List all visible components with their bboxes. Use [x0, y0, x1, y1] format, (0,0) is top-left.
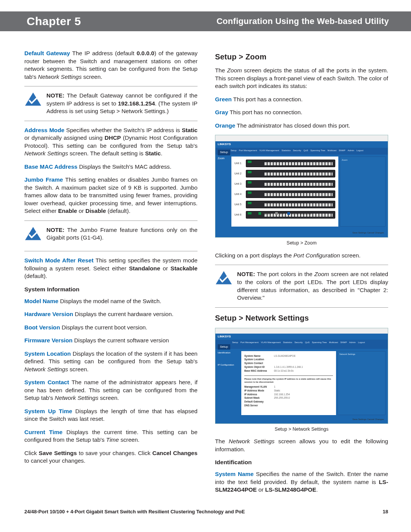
p-zoom-intro: The Zoom screen depicts the status of al… [215, 67, 388, 90]
p-hardware-version: Hardware Version Displays the current ha… [24, 310, 198, 318]
p-system-contact: System Contact The name of the administr… [24, 379, 198, 402]
p-save-cancel: Click Save Settings to save your changes… [24, 449, 198, 465]
p-zoom-click: Clicking on a port displays the Port Con… [215, 252, 388, 260]
divider [215, 265, 388, 265]
divider [24, 220, 198, 221]
h-system-info: System Information [24, 286, 198, 294]
divider [215, 307, 388, 308]
h-setup-network: Setup > Network Settings [215, 313, 388, 323]
left-column: Default Gateway The IP address (default … [24, 50, 198, 499]
note-jumbo: NOTE: The Jumbo Frame feature functions … [24, 226, 198, 246]
note-default-gateway: NOTE: The Default Gateway cannot be conf… [24, 92, 198, 115]
note-check-icon [24, 92, 42, 112]
footer-page-number: 18 [383, 508, 388, 515]
p-base-mac: Base MAC Address Displays the Switch's M… [24, 163, 198, 171]
right-column: Setup > Zoom The Zoom screen depicts the… [215, 50, 388, 499]
p-system-name: System Name Specifies the name of the Sw… [215, 470, 388, 494]
p-jumbo-frame: Jumbo Frame This setting enables or disa… [24, 176, 198, 215]
screenshot-zoom: LINKSYS SetupPort ManagementVLAN Managem… [215, 135, 388, 238]
p-system-location: System Location Displays the location of… [24, 350, 198, 374]
caption-network: Setup > Network Settings [215, 426, 388, 433]
p-color-green: Green This port has a connection. [215, 96, 388, 104]
page-footer: 24/48-Port 10/100 + 4-Port Gigabit Smart… [0, 505, 411, 525]
svg-marker-0 [25, 93, 41, 105]
screenshot-network-settings: LINKSYS SetupPort ManagementVLAN Managem… [215, 328, 388, 424]
divider [24, 251, 198, 251]
svg-marker-1 [25, 227, 41, 240]
p-boot-version: Boot Version Displays the current boot v… [24, 324, 198, 332]
h-setup-zoom: Setup > Zoom [215, 52, 388, 62]
p-color-orange: Orange The administrator has closed down… [215, 122, 388, 130]
footer-product: 24/48-Port 10/100 + 4-Port Gigabit Smart… [24, 508, 245, 515]
p-address-mode: Address Mode Specifies whether the Switc… [24, 126, 198, 158]
note-check-icon [24, 226, 42, 246]
note-text: NOTE: The Default Gateway cannot be conf… [46, 92, 198, 115]
chapter-label: Chapter 5 [27, 14, 81, 29]
p-model-name: Model Name Displays the model name of th… [24, 297, 198, 305]
p-firmware-version: Firmware Version Displays the current so… [24, 337, 198, 345]
p-system-uptime: System Up Time Displays the length of ti… [24, 407, 198, 423]
divider [24, 121, 198, 121]
page-body: Default Gateway The IP address (default … [0, 31, 411, 505]
h-identification: Identification [215, 459, 388, 466]
p-default-gateway: Default Gateway The IP address (default … [24, 50, 198, 81]
note-text: NOTE: The Jumbo Frame feature functions … [46, 226, 198, 242]
chapter-title: Configuration Using the Web-based Utilit… [217, 16, 389, 27]
divider [24, 86, 198, 86]
note-text: NOTE: The port colors in the Zoom screen… [237, 270, 388, 302]
p-color-gray: Gray This port has no connection. [215, 109, 388, 117]
p-current-time: Current Time Displays the current time. … [24, 428, 198, 444]
p-net-intro: The Network Settings screen allows you t… [215, 438, 388, 453]
note-port-colors: NOTE: The port colors in the Zoom screen… [215, 270, 388, 302]
chapter-header: Chapter 5 Configuration Using the Web-ba… [0, 11, 411, 31]
p-switch-mode: Switch Mode After Reset This setting spe… [24, 257, 198, 280]
svg-marker-2 [216, 271, 232, 284]
note-check-icon [215, 270, 233, 290]
caption-zoom: Setup > Zoom [215, 240, 388, 246]
